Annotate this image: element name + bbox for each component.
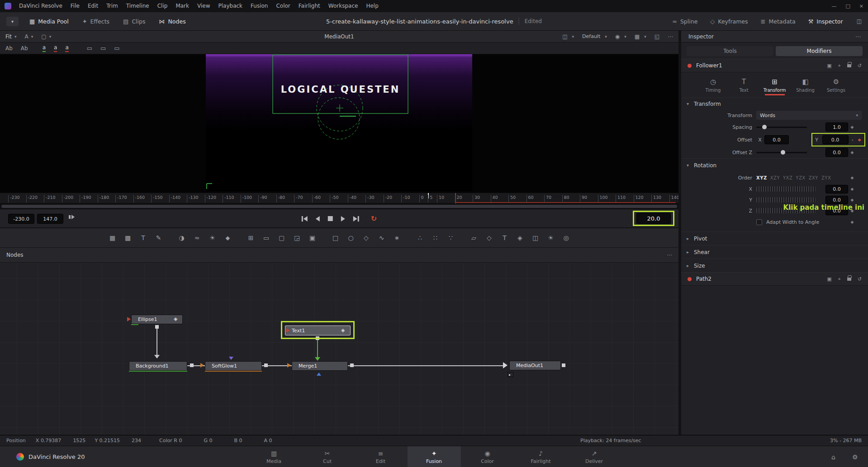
go-to-start-button[interactable] [302,216,308,222]
camera-3d-icon[interactable]: ◫ [530,232,541,244]
node-softglow1[interactable]: SoftGlow1 [205,361,262,371]
menu-item[interactable]: Mark [171,0,193,12]
particle-emitter-icon[interactable]: ∴ [414,232,426,244]
paint-icon[interactable]: ✎ [153,232,164,244]
crop-icon[interactable]: ▢ [276,232,287,244]
versions-icon[interactable]: ▣ [827,276,831,282]
menu-item[interactable]: Fairlight [294,0,324,12]
reset-icon[interactable]: ↺ [858,276,862,282]
menu-item[interactable]: Fusion [247,0,272,12]
enable-dot-icon[interactable] [688,64,692,68]
workspace-switch-button[interactable]: ▾ [6,17,19,26]
view-layout-dropdown[interactable]: ▢ [41,33,46,40]
stop-button[interactable] [328,216,333,221]
onscreen-controls[interactable] [206,54,472,191]
rotation-value-field[interactable]: 0.0 [825,185,848,193]
lock-icon[interactable] [847,278,851,281]
offset-y-field[interactable]: 0.0 [822,135,849,144]
page-button[interactable]: ≡ Edit [354,446,408,467]
collapsed-section[interactable]: ▸ Pivot [681,231,868,245]
loop-button[interactable]: ↻ [371,214,377,223]
output-port[interactable] [155,325,159,329]
node-graph[interactable]: Ellipse1 ◈ Text1 ◈ Background1 SoftGlow1… [0,263,678,435]
thumbwheel-slider[interactable] [756,186,816,192]
modifier-subtab[interactable]: T Text [731,76,757,94]
guide-frame-icon[interactable]: ▭ [87,45,92,52]
menu-item[interactable]: Clip [153,0,172,12]
keyframe-diamond-icon[interactable]: ◆ [848,150,856,155]
modifier-subtab[interactable]: ◧ Shading [792,76,819,94]
play-reverse-button[interactable] [316,216,320,222]
modifier-subtab[interactable]: ◷ Timing [700,76,726,94]
dve-icon[interactable]: ▭ [261,232,272,244]
menu-item[interactable]: Workspace [324,0,362,12]
timeline-ruler[interactable]: -230-220-210-200-190-180-170-160-150-140… [0,193,678,203]
toolbar-button[interactable]: ✦ Effects [82,18,109,25]
background-generator-icon[interactable]: ▦ [107,232,118,244]
brightness-contrast-icon[interactable]: ☀ [207,232,218,244]
output-port[interactable] [562,363,565,367]
image-plane-3d-icon[interactable]: ▱ [468,232,479,244]
output-port[interactable] [190,363,194,367]
rotation-order-option[interactable]: YZX [796,175,805,180]
offset-z-field[interactable]: 0.0 [825,148,848,157]
menu-item[interactable]: Timeline [122,0,153,12]
scrollbar-thumb[interactable] [1,205,677,208]
lock-icon[interactable] [847,64,851,67]
spacing-slider[interactable] [756,127,807,128]
page-button[interactable]: ✦ Fusion [408,446,461,467]
enable-dot-icon[interactable] [688,277,692,281]
gamut-icon[interactable]: ◉ [615,33,620,40]
grid-icon[interactable]: ▦ [635,33,640,40]
pin-icon[interactable]: ⌖ [838,276,841,282]
keyframe-diamond-icon[interactable]: ◆ [848,220,856,224]
text-style-ab-outline-icon[interactable]: Ab [21,45,28,52]
node-mediaout1[interactable]: MediaOut1 [509,361,561,370]
inspector-options-button[interactable]: ⋯ [855,33,861,40]
page-button[interactable]: ▥ Media [247,446,301,467]
toolbar-button[interactable]: ≈ Spline [672,18,697,25]
viewer-options-button[interactable]: ⋯ [668,33,673,40]
rotation-order-option[interactable]: YXZ [783,175,792,180]
transform-mode-dropdown[interactable]: Words ▾ [756,111,862,120]
toolbar-button[interactable]: ▦ Media Pool [29,18,69,25]
toolbar-button[interactable]: ⋈ Nodes [159,18,186,25]
underline-red-icon[interactable]: a [54,44,57,52]
bspline-mask-icon[interactable]: ∿ [376,232,387,244]
particle-merge-icon[interactable]: ∷ [430,232,441,244]
keyframe-diamond-icon[interactable]: ◆ [848,187,856,191]
polygon-mask-icon[interactable]: ◇ [360,232,372,244]
reset-icon[interactable]: ↺ [858,63,862,69]
output-port[interactable] [316,336,319,340]
collapsed-section[interactable]: ▸ Size [681,259,868,272]
timeline-scrollbar[interactable] [0,203,678,209]
ellipse-mask-icon[interactable]: ○ [345,232,356,244]
lut-dropdown[interactable]: Default [582,33,600,39]
viewer-canvas[interactable]: LOGICAL QUESTEN [0,54,678,193]
range-in-field[interactable]: -230.0 [8,214,34,224]
page-button[interactable]: ◉ Color [461,446,514,467]
dual-screen-icon[interactable]: ◫ [857,18,862,24]
menu-item[interactable]: Edit [84,0,102,12]
guide-frame-icon[interactable]: ▭ [114,45,119,52]
toolbar-button[interactable]: ◇ Keyframes [710,18,748,25]
connection-ellipse-background[interactable] [157,329,157,355]
shape-3d-icon[interactable]: ◇ [484,232,495,244]
page-button[interactable]: ♪ Fairlight [514,446,568,467]
channel-booleans-icon[interactable]: ▣ [307,232,318,244]
split-view-icon[interactable]: ◫ [562,33,567,40]
particle-render-icon[interactable]: ∵ [445,232,456,244]
spot-light-icon[interactable]: ☀ [545,232,556,244]
strike-red-icon[interactable]: a [65,44,68,52]
node-background1[interactable]: Background1 [129,361,187,371]
text-plus-icon[interactable]: T [138,232,149,244]
keyframe-diamond-red-icon[interactable]: ◆ [857,137,862,142]
toolbar-button[interactable]: ▤ Clips [123,18,145,25]
window-control-icon[interactable]: — [831,3,836,9]
window-control-icon[interactable]: □ [845,3,850,9]
page-button[interactable]: ↗ Deliver [568,446,621,467]
menu-item-app[interactable]: DaVinci Resolve [15,0,66,12]
toolbar-button[interactable]: ⚒ Inspector [808,18,843,25]
color-curves-icon[interactable]: ≈ [191,232,203,244]
toolbar-button[interactable]: ≣ Metadata [761,18,796,25]
